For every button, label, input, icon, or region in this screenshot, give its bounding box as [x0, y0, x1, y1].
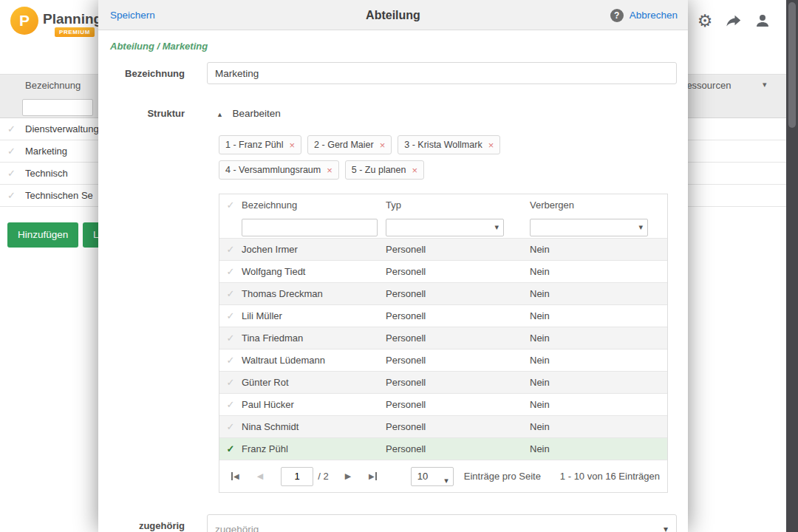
row-check-icon[interactable]: ✓: [219, 239, 242, 260]
cell-typ: Personell: [386, 416, 426, 437]
struktur-chip[interactable]: 4 - Versammlungsraum ×: [219, 160, 339, 180]
struktur-chips: 1 - Franz Pühl × 2 - Gerd Maier × 3 - Kr…: [219, 135, 603, 185]
struktur-table: ✓ Bezeichnung Typ Verbergen ▾ ▾ ✓ Jochen…: [219, 194, 668, 493]
chip-remove-icon[interactable]: ×: [290, 140, 296, 151]
cell-typ: Personell: [386, 305, 426, 327]
row-check-icon[interactable]: ✓: [7, 163, 16, 184]
modal-header-right: ? Abbrechen: [610, 0, 678, 30]
cell-name: Lili Müller: [242, 305, 282, 327]
row-check-icon[interactable]: ✓: [7, 140, 16, 162]
struktur-chip[interactable]: 2 - Gerd Maier ×: [307, 135, 392, 154]
chevron-down-icon: ▾: [638, 222, 643, 232]
scrollbar-thumb[interactable]: [788, 2, 796, 128]
struktur-table-header: ✓ Bezeichnung Typ Verbergen ▾ ▾: [219, 194, 667, 239]
first-page-icon[interactable]: ◀: [231, 472, 239, 480]
col-verbergen[interactable]: Verbergen: [530, 194, 574, 216]
per-page-select[interactable]: 10▾: [411, 467, 454, 486]
cell-typ: Personell: [386, 349, 426, 371]
table-row[interactable]: ✓ Thomas Dreckman Personell Nein: [219, 283, 667, 305]
table-row[interactable]: ✓ Jochen Irmer Personell Nein: [219, 239, 667, 261]
row-check-icon[interactable]: ✓: [219, 416, 242, 437]
chip-label: 2 - Gerd Maier: [314, 140, 374, 150]
bg-filter-input[interactable]: [22, 99, 93, 116]
row-check-icon[interactable]: ✓: [219, 305, 242, 327]
add-button[interactable]: Hinzufügen: [7, 222, 78, 248]
cell-verbergen: Nein: [530, 372, 550, 393]
table-row[interactable]: ✓ Tina Friedman Personell Nein: [219, 327, 667, 349]
row-check-icon[interactable]: ✓: [219, 261, 242, 282]
chevron-down-icon: ▾: [494, 222, 499, 232]
table-row[interactable]: ✓ Günter Rot Personell Nein: [219, 372, 667, 394]
cancel-button[interactable]: Abbrechen: [630, 10, 678, 21]
table-row[interactable]: ✓ Lili Müller Personell Nein: [219, 305, 667, 327]
prev-page-icon[interactable]: ◀: [257, 471, 263, 481]
bearbeiten-label: Bearbeiten: [232, 108, 280, 119]
chevron-down-icon[interactable]: ▾: [763, 80, 767, 89]
cell-verbergen: Nein: [530, 327, 550, 349]
cell-verbergen: Nein: [530, 416, 550, 437]
modal-title: Abteilung: [98, 0, 688, 30]
cell-typ: Personell: [386, 283, 426, 304]
chip-label: 1 - Franz Pühl: [225, 140, 284, 150]
cell-verbergen: Nein: [530, 349, 550, 371]
chip-remove-icon[interactable]: ×: [488, 140, 494, 151]
cell-verbergen: Nein: [530, 394, 550, 415]
premium-badge: PREMIUM: [55, 27, 95, 37]
last-page-icon[interactable]: ▶: [369, 472, 377, 480]
struktur-chip[interactable]: 5 - Zu planen ×: [345, 160, 424, 180]
cell-name: Jochen Irmer: [242, 239, 298, 260]
row-check-icon[interactable]: ✓: [219, 327, 242, 349]
struktur-chip[interactable]: 1 - Franz Pühl ×: [219, 135, 301, 154]
bezeichnung-input[interactable]: [207, 62, 677, 84]
page-total: / 2: [318, 471, 328, 482]
table-row[interactable]: ✓ Paul Hücker Personell Nein: [219, 394, 667, 416]
table-row[interactable]: ✓ Wolfgang Tiedt Personell Nein: [219, 261, 667, 283]
row-check-icon[interactable]: ✓: [219, 438, 242, 460]
help-icon[interactable]: ?: [610, 9, 624, 22]
chip-label: 5 - Zu planen: [352, 165, 406, 175]
settings-gear-icon[interactable]: ⚙: [696, 12, 714, 30]
row-check-icon[interactable]: ✓: [219, 394, 242, 415]
col-bezeichnung[interactable]: Bezeichnung: [242, 194, 297, 216]
zugehoerig-input[interactable]: [207, 514, 677, 532]
chip-remove-icon[interactable]: ×: [412, 165, 417, 176]
name-filter-input[interactable]: [242, 219, 378, 236]
next-page-icon[interactable]: ▶: [345, 471, 351, 481]
struktur-label: Struktur: [98, 108, 185, 119]
cell-typ: Personell: [386, 438, 426, 460]
modal-header: Speichern Abteilung ? Abbrechen: [98, 0, 688, 30]
user-account-icon[interactable]: [754, 12, 771, 30]
row-check-icon[interactable]: ✓: [219, 349, 242, 371]
chip-remove-icon[interactable]: ×: [380, 140, 386, 151]
row-check-icon[interactable]: ✓: [219, 372, 242, 393]
table-row[interactable]: ✓ Waltraut Lüdemann Personell Nein: [219, 349, 667, 372]
chevron-down-icon[interactable]: ▾: [664, 524, 668, 532]
chevron-down-icon: ▾: [444, 471, 449, 489]
table-row-selected[interactable]: ✓ Franz Pühl Personell Nein: [219, 438, 667, 460]
bg-row-label: Technischen Se: [25, 185, 93, 206]
row-check-icon[interactable]: ✓: [7, 185, 16, 206]
row-check-icon[interactable]: ✓: [219, 283, 242, 304]
column-header-bezeichnung[interactable]: Bezeichnung: [25, 80, 81, 91]
cell-verbergen: Nein: [530, 305, 550, 327]
page-number-input[interactable]: [281, 467, 313, 486]
header-check-icon[interactable]: ✓: [219, 194, 242, 216]
typ-filter-select[interactable]: ▾: [386, 219, 504, 236]
chip-remove-icon[interactable]: ×: [327, 165, 332, 176]
cell-name: Paul Hücker: [242, 394, 294, 415]
cell-name: Wolfgang Tiedt: [242, 261, 305, 282]
cell-typ: Personell: [386, 394, 426, 415]
chip-label: 4 - Versammlungsraum: [225, 165, 321, 175]
struktur-chip[interactable]: 3 - Krista Wollmark ×: [398, 135, 500, 154]
cell-name: Günter Rot: [242, 372, 289, 393]
bezeichnung-label: Bezeichnung: [98, 68, 185, 79]
breadcrumb: Abteilung / Marketing: [110, 41, 208, 52]
table-row[interactable]: ✓ Nina Schmidt Personell Nein: [219, 416, 667, 438]
cell-verbergen: Nein: [530, 261, 550, 282]
col-typ[interactable]: Typ: [386, 194, 401, 216]
collapse-toggle[interactable]: ▲ Bearbeiten: [216, 106, 281, 120]
share-forward-icon[interactable]: [725, 12, 743, 30]
per-page-value: 10: [417, 471, 428, 482]
verbergen-filter-select[interactable]: ▾: [530, 219, 648, 236]
row-check-icon[interactable]: ✓: [7, 118, 16, 140]
